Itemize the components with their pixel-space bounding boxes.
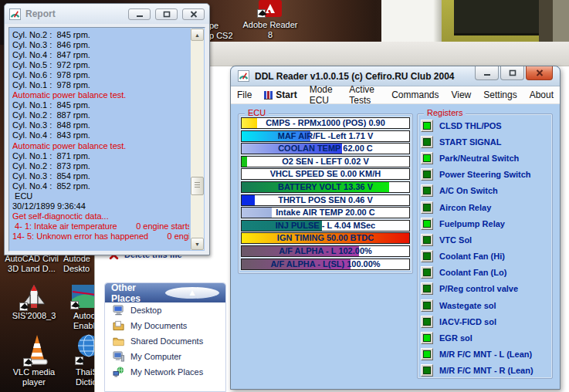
menu-item[interactable]: Mode ECU [310,84,337,106]
other-places-panel: Other Places ▲ Desktop My Documents Shar… [104,282,226,392]
register-label: P/Reg control valve [439,284,518,293]
report-line[interactable]: ECU [12,191,189,201]
report-line[interactable]: Cyl. No.2 : 873 rpm. [12,161,189,171]
report-line[interactable]: Cyl. No.2 : 887 rpm. [12,110,189,120]
report-line[interactable]: Cyl. No.4 : 843 rpm. [12,130,189,140]
menu-item[interactable]: File [237,90,252,100]
register-row: P/Reg control valve [421,281,550,297]
vlc-label[interactable]: VLC mediaplayer [2,367,66,387]
folder-documents-icon [113,320,124,331]
report-line[interactable]: 14- 5: Unknown error has happened 0 engi… [12,231,189,242]
maximize-button[interactable] [500,66,524,80]
folder-shared-icon [113,336,124,346]
register-label: Fuelpump Relay [439,219,505,228]
register-label: Park/Neutral Switch [439,154,519,163]
report-line[interactable]: Cyl. No.3 : 854 rpm. [12,171,189,181]
report-line[interactable]: Cyl. No.3 : 846 rpm. [12,40,189,50]
menu-item[interactable]: Active Tests [349,84,379,106]
report-line[interactable]: Cyl. No.3 : 848 rpm. [12,120,189,130]
menu-item[interactable]: View [451,90,471,100]
sidebar-item-my-computer[interactable]: My Computer [105,349,225,364]
scroll-up-icon[interactable]: ▲ [191,29,204,41]
report-line[interactable]: 4- 1: Intake air temperature 0 engine st… [12,221,189,231]
sidebar-item-shared-documents[interactable]: Shared Documents [105,333,225,349]
ecu-gauge-bar: IGN TIMING 50.00 BTDC [241,232,410,244]
shortcut-arrow-icon [19,302,28,311]
gauge-label: A/F ALPHA - L 102.00% [242,246,409,256]
network-places-icon [113,367,124,377]
close-button[interactable] [182,8,205,20]
report-line[interactable]: Cyl. No.6 : 978 rpm. [12,70,189,80]
sidebar-item-label: Shared Documents [130,336,203,346]
report-window: Report Cyl. No.2 : 845 rpm.Cyl. No.3 : 8… [4,3,210,255]
ecu-groupbox: ECU CMPS - RPMx1000 (POS) 0.90 MAF AIR/F… [238,113,413,274]
register-row: EGR sol [421,329,550,346]
report-titlebar[interactable]: Report [5,4,209,24]
report-line[interactable]: Get self-diagnoctic data... [12,211,189,221]
sidebar-item-my-documents[interactable]: My Documents [105,318,225,333]
register-label: M/R F/C MNT - R (Lean) [439,366,533,375]
register-row: IACV-FICD sol [421,313,550,329]
report-line[interactable]: Cyl. No.4 : 847 rpm. [12,50,189,60]
register-label: Coolant Fan (Hi) [439,252,505,261]
scrollbar-thumb[interactable] [191,177,204,195]
scroll-down-icon[interactable]: ▼ [191,238,204,250]
autocad-label[interactable]: AutoCAD Civil3D Land D... [2,254,62,274]
register-label: Wastegate sol [439,301,496,310]
sidebar-item-desktop[interactable]: Desktop [105,302,225,318]
register-led-icon [421,234,433,246]
report-line[interactable]: Automatic power balance test. [12,141,189,151]
ecu-gauge-bar: Intake AIR TEMP 20.00 C [241,207,410,218]
wallpaper-picture-frame [454,0,540,35]
ddl-client-area: ECU CMPS - RPMx1000 (POS) 0.90 MAF AIR/F… [232,105,558,387]
menu-item[interactable]: Commands [391,90,439,100]
gauge-label: VHCL SPEED SE 0.00 KM/H [242,169,409,179]
adobe-reader-icon[interactable] [258,0,283,17]
menu-item[interactable]: About [530,90,554,100]
minimize-button[interactable] [475,66,499,80]
report-lines: Cyl. No.2 : 845 rpm.Cyl. No.3 : 846 rpm.… [12,30,189,249]
register-row: Coolant Fan (Lo) [421,265,550,281]
sis-shuttle-icon[interactable] [20,284,48,310]
close-button[interactable] [526,66,553,80]
vlc-icon[interactable] [24,333,50,366]
ecu-gauge-bar: COOLAN TEMP 62.00 C [241,143,410,154]
registers-groupbox: Registers CLSD THL/POS START SIGNAL Park… [417,113,553,379]
register-led-icon [421,168,433,181]
ecu-gauge-bar: BATTERY VOLT 13.36 V [241,181,410,193]
register-label: Aircon Relay [439,203,491,212]
menu-item[interactable]: Settings [483,90,517,100]
register-led-icon [421,266,433,279]
collapse-chevron-icon[interactable]: ▲ [165,287,219,299]
minimize-button[interactable] [128,8,151,20]
adobe-reader-label[interactable]: Adobe Reader8 [233,20,307,40]
report-line[interactable]: Cyl. No.5 : 972 rpm. [12,60,189,70]
sis-label[interactable]: SIS'2008_3 [0,311,68,321]
maximize-button[interactable] [155,8,178,20]
photoshop-label-fragment[interactable]: pep CS2 [209,21,240,41]
report-scrollbar[interactable]: ▲ ▼ [191,29,204,250]
report-line[interactable]: 30/12/1899 9:36:44 [12,201,189,211]
ecu-bars: CMPS - RPMx1000 (POS) 0.90 MAF AIR/FL -L… [241,117,410,271]
report-line[interactable]: Cyl. No.1 : 845 rpm. [12,100,189,110]
other-places-header[interactable]: Other Places ▲ [105,283,225,302]
gauge-label: INJ PULSE - L 4.04 MSec [242,221,409,231]
menu-item[interactable]: Start [264,90,296,100]
report-line[interactable]: Cyl. No.1 : 978 rpm. [12,80,189,90]
autodesk-enable-icon[interactable] [71,284,97,309]
report-listbox: Cyl. No.2 : 845 rpm.Cyl. No.3 : 846 rpm.… [8,27,205,252]
report-line[interactable]: Cyl. No.1 : 871 rpm. [12,151,189,161]
shortcut-arrow-icon [23,358,32,367]
register-row: A/C On Switch [421,183,550,199]
report-line[interactable]: Cyl. No.2 : 845 rpm. [12,30,189,40]
report-line[interactable]: Automatic power balance test. [12,90,189,100]
ecu-gauge-bar: VHCL SPEED SE 0.00 KM/H [241,168,410,180]
ddl-menubar: FileStartMode ECUActive TestsCommandsVie… [231,86,560,104]
sidebar-item-label: My Documents [130,321,187,330]
register-led-icon [421,316,433,328]
report-line[interactable]: Cyl. No.4 : 852 rpm. [12,181,189,191]
ddl-titlebar[interactable]: DDL Reader v1.0.0.15 (c) Cefiro.RU Club … [231,66,560,86]
register-led-icon [421,364,433,377]
shortcut-arrow-icon [257,9,266,18]
sidebar-item-my-network-places[interactable]: My Network Places [105,364,225,380]
